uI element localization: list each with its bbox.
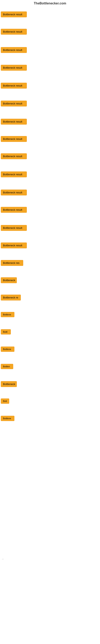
bottleneck-result-item[interactable]: Bottleneck result bbox=[1, 242, 27, 248]
bottleneck-result-item[interactable]: Bottleneck result bbox=[1, 12, 27, 17]
bottleneck-result-item[interactable]: Bott bbox=[1, 398, 9, 404]
bottleneck-result-item[interactable]: Bottlene bbox=[1, 312, 14, 317]
bottleneck-result-item[interactable]: Bottleneck result bbox=[1, 29, 27, 34]
bottleneck-result-item[interactable]: Bottleneck result bbox=[1, 136, 27, 142]
site-title: TheBottlenecker.com bbox=[0, 0, 100, 6]
bottleneck-result-item[interactable]: Bottleneck res bbox=[1, 260, 23, 266]
bottleneck-result-item[interactable]: Bottl bbox=[1, 329, 11, 334]
footer-dots: ... bbox=[1, 556, 4, 562]
bottleneck-result-item[interactable]: Bottleneck re bbox=[1, 295, 21, 300]
bottleneck-result-item[interactable]: Bottleneck result bbox=[1, 83, 27, 88]
bottleneck-result-item[interactable]: Bottlene bbox=[1, 346, 14, 352]
bottleneck-result-item[interactable]: Bottleneck result bbox=[1, 225, 27, 231]
bottleneck-result-item[interactable]: Bottleneck bbox=[1, 381, 17, 387]
bottleneck-result-item[interactable]: Bottleneck result bbox=[1, 100, 27, 106]
bottleneck-result-item[interactable]: Bottleneck result bbox=[1, 153, 27, 159]
bottleneck-result-item[interactable]: Bottleneck result bbox=[1, 207, 27, 213]
bottleneck-result-item[interactable]: Bottlen bbox=[1, 364, 13, 369]
bottleneck-result-item[interactable]: Bottleneck bbox=[1, 277, 17, 283]
bottleneck-result-item[interactable]: Bottleneck result bbox=[1, 190, 27, 196]
bottleneck-result-item[interactable]: Bottleneck result bbox=[1, 65, 27, 71]
bottleneck-result-item[interactable]: Bottleneck result bbox=[1, 172, 27, 177]
bottleneck-result-item[interactable]: Bottleneck result bbox=[1, 119, 27, 124]
bottleneck-result-item[interactable]: Bottlene bbox=[1, 416, 14, 421]
bottleneck-result-item[interactable]: Bottleneck result bbox=[1, 47, 27, 53]
